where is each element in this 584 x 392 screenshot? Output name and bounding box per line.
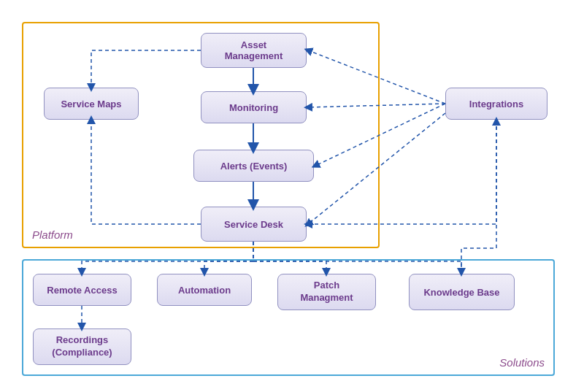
diagram-container: Platform Solutions Asset Management Serv… — [0, 0, 584, 392]
platform-label: Platform — [32, 228, 73, 241]
node-alerts: Alerts (Events) — [193, 150, 314, 182]
node-knowledge-base: Knowledge Base — [409, 274, 515, 310]
node-service-maps: Service Maps — [44, 88, 139, 120]
node-automation: Automation — [157, 274, 252, 306]
node-monitoring: Monitoring — [201, 91, 307, 123]
node-patch: Patch Managment — [277, 274, 376, 310]
solutions-label: Solutions — [499, 356, 545, 369]
node-remote-access: Remote Access — [33, 274, 131, 306]
node-asset-management: Asset Management — [201, 33, 307, 68]
node-recordings: Recordings (Compliance) — [33, 328, 131, 365]
node-service-desk: Service Desk — [201, 207, 307, 242]
node-integrations: Integrations — [445, 88, 548, 120]
